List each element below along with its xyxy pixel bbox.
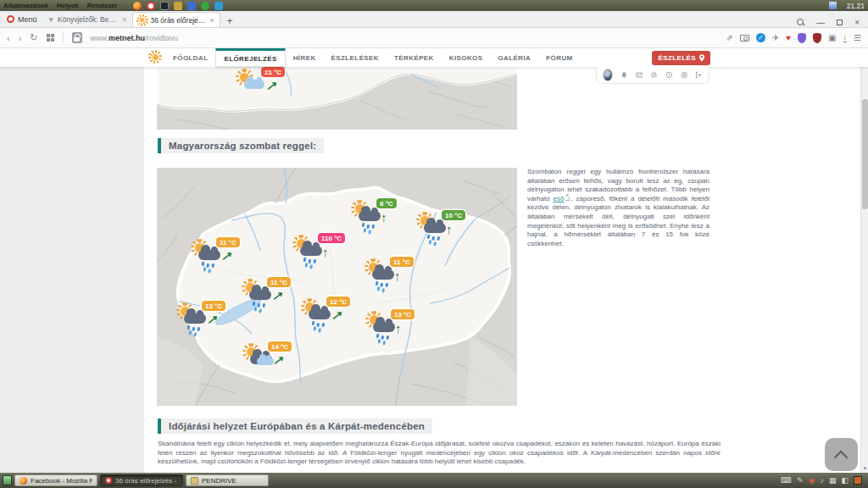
nav-item-forum[interactable]: FÓRUM [538, 48, 580, 67]
tab-close-icon[interactable]: × [122, 15, 126, 24]
workspace-pager[interactable] [854, 476, 862, 485]
messages-envelope-icon[interactable] [636, 70, 643, 80]
share-extension-icon[interactable]: ⇗ [726, 34, 732, 42]
reload-icon[interactable]: ↻ [30, 32, 37, 43]
eszleles-button[interactable]: ÉSZLELÉS [652, 51, 710, 65]
media-player-launcher-icon[interactable] [214, 2, 223, 10]
terminal-launcher-icon[interactable] [160, 2, 169, 10]
heading-text: Időjárási helyzet Európában és a Kárpát-… [161, 419, 432, 434]
nav-item-galeria[interactable]: GALÉRIA [490, 48, 538, 67]
tab-bookmarks[interactable]: ♥ Könyvjelzők: Besorolatl × [44, 12, 132, 27]
downloads-icon[interactable]: ↓ [843, 34, 848, 42]
web-viewport: FŐOLDAL ELŐREJELZÉS HÍREK ÉSZLELÉSEK TÉR… [0, 48, 868, 473]
panel-menu-places[interactable]: Helyek [57, 2, 79, 9]
panel-menu-system[interactable]: Rendszer [87, 2, 118, 9]
back-icon[interactable]: ‹ [7, 33, 10, 43]
weather-marker: 10 °C [418, 215, 477, 249]
maximize-button[interactable] [837, 19, 843, 25]
show-desktop-button[interactable] [3, 475, 12, 485]
nav-item-fooldal[interactable]: FŐOLDAL [165, 48, 215, 67]
snapshot-extension-icon[interactable] [740, 35, 749, 42]
panel-tray-icon[interactable] [829, 2, 837, 9]
opera-menu-button[interactable]: Menü [0, 11, 44, 27]
volume-tray-icon[interactable]: ♪ [820, 476, 824, 485]
search-icon[interactable] [797, 19, 804, 26]
panel-menu-applications[interactable]: Alkalmazások [3, 2, 48, 9]
workspaces-launcher-icon[interactable] [187, 2, 196, 10]
privacy-shield-icon[interactable] [798, 33, 806, 43]
notifications-bell-icon[interactable] [620, 70, 628, 80]
weather-marker: 110 °C [294, 238, 353, 272]
task-label: 36 órás előrejelzés - O... [115, 477, 178, 485]
customize-icon[interactable]: ☰ [854, 34, 861, 42]
url-field[interactable]: www.metnet.hu/rovidtavu [91, 34, 179, 42]
package-extension-icon[interactable]: ▣ [828, 34, 836, 42]
section-heading-europe-situation: Időjárási helyzet Európában és a Kárpát-… [158, 419, 432, 434]
keyboard-tray-icon[interactable]: ⌨ [781, 476, 792, 485]
clipboard-tray-icon[interactable]: ◧ [841, 476, 849, 485]
forward-icon[interactable]: › [19, 33, 22, 43]
scroll-to-top-button[interactable] [825, 438, 858, 471]
map-pin-icon [699, 54, 704, 62]
nav-item-hirek[interactable]: HÍREK [286, 48, 324, 67]
avatar[interactable] [603, 69, 613, 81]
taskbar-item-firefox[interactable]: Facebook - Mozilla Fire... [14, 474, 97, 486]
scrollbar-down-arrow-icon[interactable]: ▼ [861, 465, 868, 473]
metnet-logo-sun-icon[interactable] [150, 50, 160, 65]
extension-icons: ⇗ ✓ ✈ ♥ ▣ ↓ ☰ [726, 33, 861, 43]
settings-gear-icon[interactable] [650, 70, 658, 80]
send-extension-icon[interactable]: ✈ [772, 34, 779, 42]
verified-extension-icon[interactable]: ✓ [756, 33, 765, 42]
close-window-button[interactable]: × [854, 18, 860, 27]
heading-text: Magyarország szombat reggel: [161, 138, 324, 153]
panel-clock: 21.21 [847, 2, 865, 10]
eso-link[interactable]: eső [554, 195, 565, 202]
page-scrollbar[interactable]: ▼ [860, 48, 868, 473]
weather-marker: 13 °C [178, 306, 237, 340]
favorites-heart-icon[interactable]: ♥ [786, 34, 791, 42]
record-tray-icon[interactable]: ◉ [809, 476, 815, 485]
eszleles-label: ÉSZLELÉS [658, 54, 696, 62]
nav-item-eszlelesek[interactable]: ÉSZLELÉSEK [324, 48, 387, 67]
scrollbar-thumb[interactable] [862, 99, 868, 209]
weather-marker: 14 °C [244, 347, 303, 380]
registered-circle-icon[interactable] [681, 70, 688, 80]
temperature-badge: 13 °C [202, 301, 225, 311]
nav-item-elorejelzes[interactable]: ELŐREJELZÉS [215, 48, 285, 67]
nav-item-kisokos[interactable]: KISOKOS [442, 48, 491, 67]
weather-marker: 8 °C [353, 203, 412, 237]
new-tab-button[interactable]: + [220, 15, 240, 27]
system-monitor-launcher-icon[interactable] [174, 2, 182, 10]
notes-tray-icon[interactable]: ✎ [797, 476, 804, 485]
taskbar-item-pendrive[interactable]: PENDRIVE [186, 474, 269, 486]
opera-launcher-icon[interactable] [147, 2, 155, 10]
lock-icon[interactable] [72, 32, 82, 43]
url-path: /rovidtavu [145, 34, 178, 42]
firefox-launcher-icon[interactable] [133, 2, 142, 10]
temperature-badge: 13 °C [391, 309, 415, 319]
taskbar-item-opera-active[interactable]: 36 órás előrejelzés - O... [100, 474, 183, 486]
map-fragment-saturday-afternoon[interactable]: 21 °C [157, 67, 517, 130]
trend-arrow-ne-icon [220, 249, 231, 264]
speed-dial-icon[interactable] [47, 34, 54, 42]
logout-icon[interactable] [695, 70, 703, 80]
trend-arrow-ne-icon [206, 313, 217, 328]
trend-arrow-up-icon [395, 321, 402, 336]
temperature-badge: 10 °C [442, 210, 465, 220]
task-label: PENDRIVE [202, 477, 264, 485]
temperature-badge: 11 °C [267, 277, 291, 287]
heart-favicon-icon: ♥ [49, 15, 53, 24]
adblock-shield-icon[interactable] [813, 33, 821, 43]
utorrent-launcher-icon[interactable] [201, 2, 209, 10]
trend-arrow-ne-icon [331, 308, 342, 324]
hungary-weather-map[interactable]: 8 °C 10 °C 110 °C 11 °C 11 °C 11 °C [157, 168, 517, 406]
tab-forecast-active[interactable]: 36 órás előrejelzés × [132, 12, 220, 27]
network-tray-icon[interactable]: ▦ [829, 476, 837, 485]
minimize-button[interactable]: — [816, 18, 825, 27]
europe-situation-paragraph: Skandinávia felett egy ciklon helyezkedi… [158, 440, 721, 467]
forecast-paragraph: Szombaton reggel egy hullámzó frontrends… [527, 168, 709, 248]
tab-close-icon[interactable]: × [209, 16, 214, 25]
history-clock-icon[interactable] [665, 70, 673, 80]
trend-arrow-up-icon [446, 222, 453, 236]
nav-item-terkepek[interactable]: TÉRKÉPEK [387, 48, 442, 67]
